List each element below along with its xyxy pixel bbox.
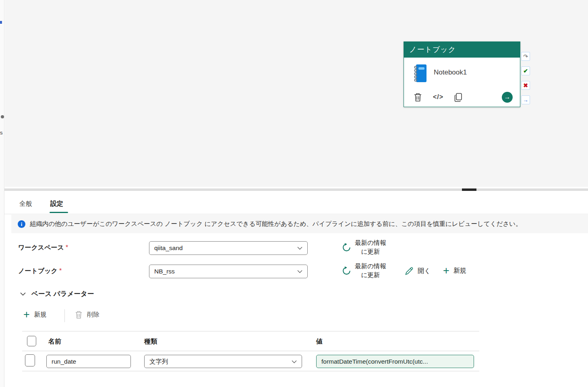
plus-icon: + (23, 310, 30, 319)
param-new-label: 新規 (34, 310, 47, 319)
notebook-refresh-button[interactable]: 最新の情報 に更新 (342, 262, 386, 279)
on-skip-port-icon[interactable]: ↷ (521, 52, 530, 61)
banner-message: 組織内の他のユーザーがこのワークスペースの ノートブック にアクセスできる可能性… (30, 220, 522, 228)
param-delete-label: 削除 (87, 310, 99, 319)
review-info-banner: i 組織内の他のユーザーがこのワークスペースの ノートブック にアクセスできる可… (11, 215, 588, 233)
workspace-label: ワークスペース* (18, 244, 68, 252)
activity-card-actions: </> → (404, 92, 520, 104)
left-edge-artifact-text: s (0, 130, 3, 136)
refresh-icon (342, 266, 352, 276)
workspace-selected-value: qiita_sand (154, 244, 183, 251)
trash-icon (75, 310, 83, 319)
chevron-down-icon (297, 246, 302, 250)
tab-settings[interactable]: 設定 (50, 200, 63, 208)
tabs-divider (4, 214, 588, 214)
properties-panel: 全般 設定 i 組織内の他のユーザーがこのワークスペースの ノートブック にアク… (0, 191, 588, 387)
refresh-label-line2: に更新 (361, 248, 380, 255)
param-type-dropdown[interactable]: 文字列 (144, 355, 302, 368)
copy-icon[interactable] (454, 93, 463, 102)
refresh-icon (342, 242, 352, 252)
param-type-value: 文字列 (149, 358, 168, 365)
param-name-input[interactable] (46, 355, 131, 368)
code-icon[interactable]: </> (433, 93, 443, 101)
chevron-down-icon (20, 292, 26, 296)
open-label: 開く (418, 267, 431, 275)
pipeline-canvas[interactable]: ノートブック Notebook1 (5, 0, 588, 187)
param-delete-button[interactable]: 削除 (75, 310, 99, 319)
on-fail-port-icon[interactable]: ✖ (521, 81, 530, 90)
activity-card-body: Notebook1 </> → (404, 58, 520, 107)
panel-resize-bar[interactable] (0, 188, 588, 191)
workspace-refresh-button[interactable]: 最新の情報 に更新 (342, 238, 386, 256)
notebook-dropdown[interactable]: NB_rss (149, 265, 308, 278)
table-border-bottom (22, 371, 479, 371)
required-asterisk: * (66, 244, 68, 251)
toolbar-divider (64, 309, 65, 322)
tab-general[interactable]: 全般 (19, 200, 32, 208)
pipeline-editor: { "colors": { "accent_teal": "#117865", … (0, 0, 588, 387)
chevron-down-icon (297, 270, 302, 273)
base-parameters-title: ベース パラメーター (31, 290, 94, 298)
refresh-label-line1: 最新の情報 (355, 239, 386, 246)
notebook-label: ノートブック* (18, 267, 62, 275)
param-value-field[interactable]: formatDateTime(convertFromUtc(utc... (316, 355, 474, 368)
plus-icon: + (443, 266, 449, 275)
base-parameters-section-toggle[interactable]: ベース パラメーター (20, 290, 94, 298)
select-all-checkbox[interactable] (27, 336, 36, 346)
activity-card-header: ノートブック (404, 42, 520, 58)
refresh-label-line2: に更新 (361, 271, 380, 278)
collapsed-left-rail: s (0, 0, 4, 387)
open-notebook-button[interactable]: 開く (405, 267, 431, 275)
delete-activity-icon[interactable] (414, 93, 422, 102)
column-header-value: 値 (316, 337, 323, 346)
chevron-down-icon (292, 360, 297, 364)
notebook-selected-value: NB_rss (154, 268, 175, 275)
column-header-name: 名前 (48, 337, 61, 346)
param-new-button[interactable]: + 新規 (23, 310, 47, 319)
required-asterisk: * (59, 267, 62, 274)
left-edge-artifact-dot (1, 115, 4, 118)
new-label: 新規 (453, 267, 466, 275)
active-tab-indicator (50, 212, 68, 213)
notebook-icon (413, 64, 427, 83)
table-header-divider (22, 351, 479, 351)
refresh-label-line1: 最新の情報 (355, 263, 386, 269)
new-notebook-button[interactable]: + 新規 (443, 266, 466, 275)
pencil-icon (405, 267, 414, 275)
on-completion-port-icon[interactable]: → (521, 95, 530, 104)
panel-resize-handle[interactable] (462, 188, 476, 191)
notebook-activity-card[interactable]: ノートブック Notebook1 (404, 41, 520, 107)
go-to-activity-button[interactable]: → (502, 92, 513, 103)
workspace-dropdown[interactable]: qiita_sand (149, 241, 308, 255)
column-header-type: 種類 (144, 337, 157, 346)
activity-name: Notebook1 (434, 68, 467, 77)
on-success-port-icon[interactable]: ✔ (521, 66, 530, 75)
info-icon: i (18, 220, 25, 228)
table-border-top (22, 331, 479, 331)
row-checkbox[interactable] (25, 354, 35, 366)
left-edge-artifact-blue (0, 21, 2, 24)
